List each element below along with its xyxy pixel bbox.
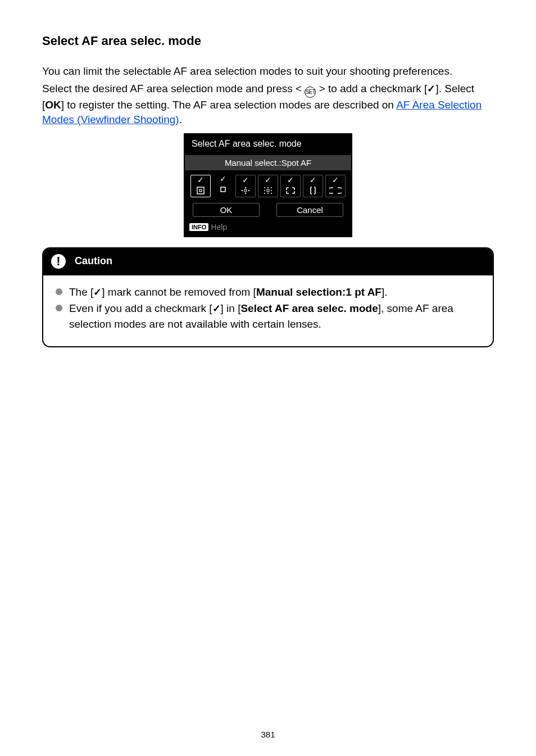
af-mode-largezone[interactable]: ✓ (303, 175, 323, 197)
camera-screen: Select AF area selec. mode Manual select… (184, 133, 352, 237)
caution-text: ] in [ (221, 302, 241, 314)
screen-subtitle: Manual select.:Spot AF (185, 155, 351, 170)
caution-text: ] mark cannot be removed from [ (102, 286, 256, 298)
checkmark-icon: ✓ (93, 287, 102, 298)
checkmark-icon: ✓ (332, 176, 339, 184)
expand-af-surround-icon (261, 185, 275, 196)
af-mode-auto[interactable]: ✓ (325, 175, 346, 197)
svg-rect-1 (199, 189, 202, 192)
checkmark-icon: ✓ (287, 176, 294, 184)
af-mode-expand4[interactable]: ✓ (235, 175, 256, 197)
af-mode-spot[interactable]: ✓ (190, 175, 211, 197)
help-label: Help (211, 223, 227, 232)
caution-bold: Manual selection:1 pt AF (256, 286, 381, 298)
page-number: 381 (0, 730, 536, 739)
large-zone-af-icon (306, 185, 320, 196)
svg-point-14 (264, 193, 265, 194)
svg-point-15 (267, 193, 269, 194)
svg-point-4 (245, 187, 246, 188)
svg-point-6 (242, 190, 243, 191)
spot-af-icon (194, 185, 207, 196)
af-mode-row: ✓ ✓ ✓ ✓ (185, 170, 351, 203)
svg-point-11 (264, 190, 265, 191)
checkmark-icon: ✓ (220, 175, 226, 183)
caution-text: The [ (69, 286, 93, 298)
caution-title: Caution (75, 255, 112, 267)
af-mode-expand8[interactable]: ✓ (258, 175, 278, 197)
svg-point-10 (271, 187, 272, 188)
checkmark-icon: ✓ (265, 176, 271, 184)
para-text: ] to register the setting. The AF area s… (61, 99, 396, 111)
caution-item: The [✓] mark cannot be removed from [Man… (54, 284, 482, 300)
auto-selection-af-icon (329, 185, 342, 196)
svg-point-16 (271, 193, 272, 194)
af-mode-zone[interactable]: ✓ (280, 175, 301, 197)
cancel-button[interactable]: Cancel (276, 203, 343, 217)
set-button-icon: SET (305, 87, 316, 98)
para-text: Select the desired AF area selection mod… (42, 83, 305, 94)
screen-help-row: INFO Help (185, 220, 351, 236)
caution-item: Even if you add a checkmark [✓] in [Sele… (54, 301, 482, 332)
single-point-af-icon (216, 184, 230, 195)
ok-label-inline: OK (45, 99, 61, 111)
checkmark-icon: ✓ (197, 176, 204, 184)
svg-rect-3 (244, 189, 247, 192)
expand-af-4pt-icon (239, 185, 252, 196)
para-text: > to add a checkmark [ (316, 83, 427, 94)
caution-header: ! Caution (43, 248, 493, 275)
svg-point-7 (248, 190, 249, 191)
checkmark-icon: ✓ (427, 83, 435, 94)
section-heading: Select AF area selec. mode (42, 34, 494, 48)
ok-button[interactable]: OK (193, 203, 260, 217)
caution-bold: Select AF area selec. mode (240, 302, 378, 314)
info-badge: INFO (189, 223, 208, 231)
screen-title: Select AF area selec. mode (185, 134, 351, 155)
svg-point-9 (267, 187, 269, 188)
para-text: . (179, 114, 182, 125)
caution-body: The [✓] mark cannot be removed from [Man… (43, 275, 493, 347)
svg-point-8 (264, 187, 265, 188)
checkmark-icon: ✓ (310, 176, 316, 184)
svg-point-13 (271, 190, 272, 191)
svg-point-5 (245, 193, 246, 194)
zone-af-icon (284, 185, 297, 196)
caution-text: ]. (381, 286, 388, 298)
screen-button-row: OK Cancel (185, 203, 351, 220)
af-mode-1pt[interactable]: ✓ (213, 175, 233, 197)
caution-text: Even if you add a checkmark [ (69, 302, 212, 314)
intro-paragraph: You can limit the selectable AF area sel… (42, 64, 494, 79)
checkmark-icon: ✓ (242, 176, 249, 184)
caution-box: ! Caution The [✓] mark cannot be removed… (42, 247, 494, 348)
svg-rect-2 (221, 187, 225, 192)
svg-rect-0 (197, 187, 204, 194)
instruction-paragraph: Select the desired AF area selection mod… (42, 82, 494, 128)
checkmark-icon: ✓ (212, 303, 221, 314)
svg-rect-12 (267, 189, 269, 192)
caution-icon: ! (51, 254, 66, 269)
